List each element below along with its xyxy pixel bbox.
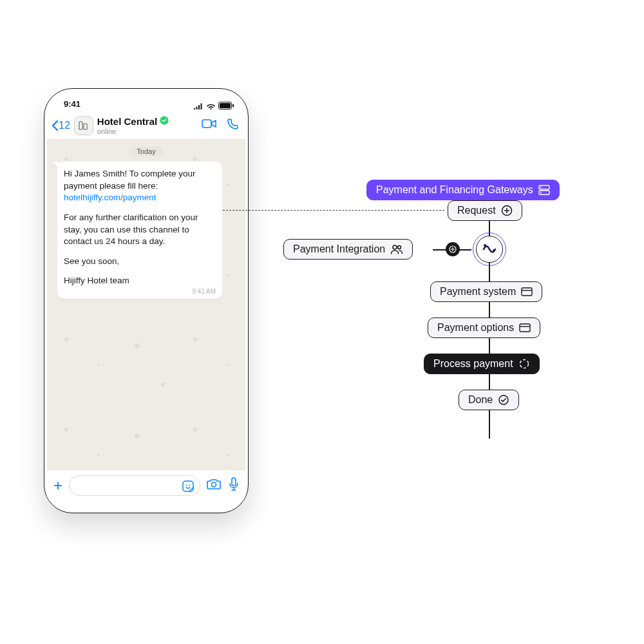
wifi-icon — [206, 102, 216, 111]
node-label: Payment and Financing Gateways — [376, 184, 533, 196]
svg-point-13 — [540, 187, 542, 188]
node-label: Payment Integration — [293, 243, 385, 255]
node-process-payment[interactable]: Process payment — [424, 354, 540, 374]
check-circle-icon — [498, 394, 509, 406]
node-label: Payment options — [437, 322, 514, 334]
chat-header: 12 Hotel Central online — [47, 113, 245, 140]
svg-rect-1 — [220, 103, 231, 108]
mic-button[interactable] — [229, 477, 239, 494]
contact-status: online — [97, 128, 198, 135]
back-count: 12 — [59, 120, 70, 131]
node-payment-options[interactable]: Payment options — [428, 317, 540, 338]
signal-icon — [193, 102, 204, 111]
node-label: Process payment — [433, 358, 513, 370]
add-badge-icon[interactable] — [446, 242, 460, 256]
svg-rect-6 — [183, 481, 193, 491]
phone-mockup: 9:41 12 — [44, 88, 249, 513]
node-label: Request — [457, 205, 496, 216]
svg-rect-4 — [84, 124, 87, 129]
server-icon — [538, 185, 550, 195]
dashed-circle-icon — [518, 358, 530, 370]
svg-point-24 — [499, 395, 508, 404]
contact-avatar[interactable] — [74, 116, 93, 135]
node-label: Done — [468, 394, 493, 406]
wave-icon — [482, 242, 497, 256]
camera-button[interactable] — [207, 477, 221, 494]
node-payment-system[interactable]: Payment system — [430, 281, 542, 302]
message-time: 9:41 AM — [192, 287, 216, 296]
status-time: 9:41 — [47, 99, 80, 113]
node-done[interactable]: Done — [459, 390, 519, 410]
svg-point-19 — [484, 244, 486, 247]
svg-point-17 — [398, 246, 401, 249]
chevron-left-icon — [51, 120, 59, 131]
chat-body: Today Hi James Smith! To complete your p… — [47, 140, 245, 470]
video-call-button[interactable] — [202, 118, 217, 133]
card-icon — [519, 323, 531, 332]
svg-point-23 — [520, 360, 528, 368]
integration-hub[interactable] — [476, 236, 503, 263]
card-icon — [521, 287, 533, 296]
svg-rect-2 — [232, 104, 234, 107]
battery-icon — [218, 102, 234, 111]
back-button[interactable]: 12 — [51, 120, 70, 131]
node-request[interactable]: Request — [448, 200, 522, 221]
phone-notch — [101, 91, 191, 109]
plus-circle-icon — [501, 205, 513, 216]
payment-link[interactable]: hotelhijiffy.com/payment — [64, 193, 156, 202]
day-pill: Today — [129, 146, 164, 156]
node-payment-integration[interactable]: Payment Integration — [283, 239, 413, 260]
flow-diagram: Payment and Financing Gateways Request P… — [277, 176, 625, 446]
message-input[interactable] — [69, 475, 200, 496]
attach-button[interactable]: + — [53, 478, 62, 493]
voice-call-button[interactable] — [226, 118, 239, 133]
svg-point-14 — [540, 192, 542, 193]
svg-point-8 — [189, 485, 191, 486]
node-label: Payment system — [440, 286, 516, 298]
svg-rect-5 — [202, 120, 211, 128]
svg-rect-22 — [520, 324, 530, 332]
message-signature: Hijiffy Hotel team — [64, 275, 216, 287]
svg-rect-3 — [79, 122, 82, 129]
contact-name: Hotel Central — [97, 117, 157, 128]
svg-rect-21 — [522, 288, 532, 296]
sticker-icon[interactable] — [182, 480, 194, 495]
users-icon — [390, 244, 403, 254]
svg-point-20 — [493, 249, 495, 252]
message-closing: See you soon, — [64, 256, 216, 268]
message-greeting: Hi James Smith! To complete your payment… — [64, 169, 196, 191]
svg-point-16 — [393, 245, 397, 249]
node-gateways-header[interactable]: Payment and Financing Gateways — [366, 180, 560, 200]
svg-point-7 — [186, 485, 187, 486]
message-body: For any further clarification on your st… — [64, 212, 216, 248]
connector-dashed-line — [220, 210, 444, 211]
svg-rect-10 — [232, 478, 236, 486]
verified-badge-icon — [160, 116, 169, 127]
svg-point-9 — [212, 482, 216, 487]
chat-input-bar: + — [47, 470, 245, 501]
message-bubble: Hi James Smith! To complete your payment… — [57, 162, 222, 299]
